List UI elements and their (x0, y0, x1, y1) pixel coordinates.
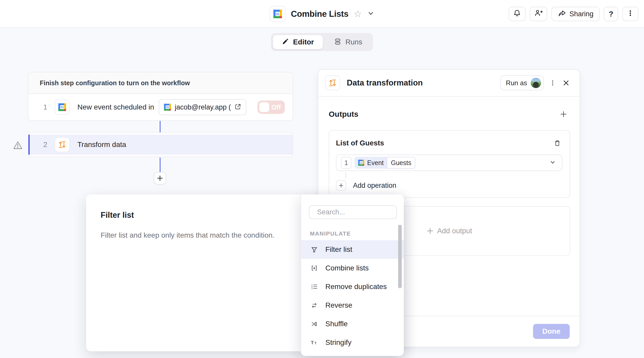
page-title: Combine Lists (291, 9, 348, 19)
add-step-button[interactable] (154, 172, 166, 184)
google-calendar-icon: 31 (163, 103, 172, 111)
menu-item-remove-duplicates[interactable]: 1 2 3 Remove duplicates (301, 277, 404, 296)
external-link-icon (234, 103, 242, 112)
panel-header: Data transformation Run as (318, 70, 579, 97)
token-field: Guests (387, 157, 415, 169)
step-connector-line (160, 121, 160, 132)
svg-text:31: 31 (166, 106, 169, 109)
view-switcher: Editor Runs (271, 33, 373, 51)
workflow-step-1-row[interactable]: 1 31 New event scheduled in 31 (28, 94, 293, 120)
add-operation-label: Add operation (353, 182, 396, 190)
svg-text:3: 3 (311, 287, 313, 290)
run-as-button[interactable]: Run as (500, 75, 544, 90)
step-title: New event scheduled in (77, 103, 154, 111)
calendar-account-chip[interactable]: 31 jacob@relay.app ( (159, 99, 246, 115)
modal-description-pane: Filter list Filter list and keep only it… (86, 194, 301, 239)
panel-close-button[interactable] (559, 76, 573, 90)
dropdown-scrollbar[interactable] (398, 225, 402, 288)
close-icon (562, 79, 570, 87)
menu-item-combine-lists[interactable]: Combine lists (301, 259, 404, 277)
search-input[interactable] (317, 208, 404, 216)
tab-editor[interactable]: Editor (273, 35, 323, 49)
workflow-step-2-card: 2 Transform data (28, 132, 293, 157)
workflow-warning-banner: Finish step configuration to turn on the… (28, 72, 293, 94)
question-mark-icon: ? (609, 10, 613, 18)
kebab-icon (549, 79, 556, 87)
bell-icon (513, 9, 521, 19)
workflow-toggle-off[interactable]: Off (257, 100, 285, 114)
workflow-step-2-row[interactable]: 2 Transform data (28, 135, 293, 155)
kebab-icon (626, 9, 634, 19)
add-operation-button[interactable]: Add operation (336, 180, 562, 191)
notifications-button[interactable] (509, 7, 526, 21)
sharing-button[interactable]: Sharing (551, 7, 600, 21)
runs-icon (334, 37, 342, 47)
outputs-heading: Outputs (329, 110, 358, 119)
step-number: 2 (43, 141, 55, 149)
svg-text:T: T (315, 341, 317, 345)
toggle-knob (259, 102, 269, 112)
delete-output-button[interactable] (552, 138, 562, 148)
sharing-button-label: Sharing (569, 10, 593, 18)
plus-icon (560, 110, 567, 118)
operation-picker-dropdown: MANIPULATE Filter list Combine lists 1 2… (301, 194, 404, 356)
search-field[interactable] (309, 205, 397, 219)
person-add-icon (534, 9, 543, 20)
add-output-label: Add output (437, 227, 472, 235)
help-button[interactable]: ? (604, 7, 618, 21)
numbered-list-icon: 1 2 3 (310, 283, 319, 291)
share-arrow-icon (558, 9, 566, 19)
stringify-icon: T T (310, 339, 319, 346)
google-calendar-icon: 31 (358, 159, 365, 166)
favorite-star-icon[interactable]: ☆ (354, 9, 362, 19)
modal-description: Filter list and keep only items that mat… (101, 231, 301, 239)
add-output-plus-button[interactable] (557, 107, 570, 121)
toggle-label: Off (271, 104, 281, 111)
run-as-label: Run as (506, 79, 527, 87)
header-actions: Sharing ? (509, 7, 638, 21)
svg-text:31: 31 (360, 162, 363, 164)
menu-item-label: Stringify (325, 338, 351, 347)
plus-icon (336, 180, 346, 191)
user-avatar (531, 78, 541, 88)
panel-more-button[interactable] (546, 76, 559, 90)
menu-item-filter-list[interactable]: Filter list (301, 240, 404, 259)
shuffle-icon (310, 320, 319, 328)
reverse-icon (310, 301, 319, 309)
step-title: Transform data (77, 141, 126, 149)
svg-text:31: 31 (61, 105, 64, 109)
operation-index: 1 (341, 157, 351, 169)
tab-runs[interactable]: Runs (325, 35, 371, 49)
menu-item-label: Remove duplicates (325, 283, 387, 291)
plus-icon (157, 175, 163, 182)
google-calendar-icon: 31 (55, 100, 70, 115)
token-source: Event (367, 159, 384, 167)
title-chevron-down-icon[interactable] (367, 10, 374, 18)
menu-item-stringify[interactable]: T T Stringify (301, 333, 404, 352)
invite-user-button[interactable] (530, 7, 547, 21)
pencil-icon (282, 37, 289, 47)
svg-text:31: 31 (276, 12, 279, 16)
workflow-step-1-card: Finish step configuration to turn on the… (28, 72, 293, 121)
chevron-down-icon (549, 159, 556, 167)
step-number: 1 (43, 103, 55, 111)
data-transform-icon (325, 75, 340, 90)
step-connector-line (160, 158, 160, 172)
operation-value-select[interactable]: 1 31 Event Guests (336, 154, 562, 171)
done-button[interactable]: Done (533, 324, 570, 339)
account-email: jacob@relay.app ( (175, 103, 231, 111)
menu-item-label: Filter list (325, 245, 352, 254)
top-header: 31 Combine Lists ☆ (0, 0, 644, 28)
more-options-button[interactable] (622, 7, 638, 21)
google-calendar-icon: 31 (270, 6, 286, 22)
menu-item-shuffle[interactable]: Shuffle (301, 315, 404, 333)
menu-item-reverse[interactable]: Reverse (301, 296, 404, 315)
menu-item-label: Shuffle (325, 320, 348, 328)
workflow-title-group: 31 Combine Lists ☆ (270, 0, 374, 28)
tab-editor-label: Editor (293, 38, 314, 46)
section-label: MANIPULATE (310, 230, 404, 237)
trash-icon (553, 139, 561, 147)
filter-icon (310, 246, 319, 253)
combine-lists-icon (310, 264, 319, 272)
data-transform-icon (55, 137, 70, 152)
